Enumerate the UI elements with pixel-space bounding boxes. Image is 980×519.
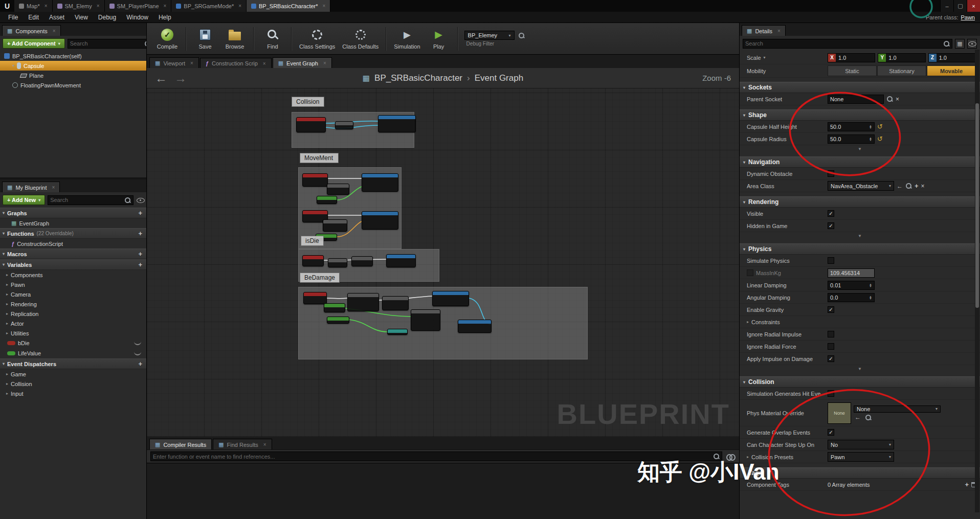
tab-close-icon[interactable]: × — [52, 185, 55, 190]
mb-macros[interactable]: ▾Macros+ — [0, 249, 146, 259]
use-selected-icon[interactable]: ← — [855, 414, 861, 420]
comment-label-movement[interactable]: MoveMent — [300, 153, 339, 163]
tab-close-icon[interactable]: × — [323, 3, 326, 9]
menu-edit[interactable]: Edit — [23, 14, 44, 21]
component-bp-srbasiccharacter-self[interactable]: BP_SRBasicCharacter(self) — [0, 51, 146, 61]
section-physics[interactable]: ▾Physics — [740, 243, 980, 255]
spinner-icon[interactable] — [869, 137, 872, 141]
mb-utilities[interactable]: ▸Utilities — [0, 328, 146, 338]
details-scrollbar[interactable] — [975, 50, 979, 512]
tab-compiler-results[interactable]: ▦Compiler Results — [149, 439, 212, 449]
tab-find-results[interactable]: ▦Find Results× — [213, 439, 272, 449]
expand-arrow-icon[interactable]: ▸ — [6, 311, 8, 316]
tab-close-icon[interactable]: × — [97, 3, 100, 9]
graph-node[interactable] — [387, 329, 408, 335]
dropdown-phys-material-override[interactable]: None▾ — [854, 405, 941, 413]
graph-node[interactable] — [303, 292, 327, 304]
visibility-filter-icon[interactable] — [967, 39, 977, 49]
tab-close-icon[interactable]: × — [238, 3, 241, 9]
toolbar-compile-button[interactable]: ✓Compile — [153, 25, 182, 53]
field-capsule-radius[interactable]: 50.0 — [828, 134, 875, 144]
mobility-movable[interactable]: Movable — [927, 65, 976, 76]
advanced-expander[interactable]: ▼ — [740, 232, 980, 239]
minimize-button[interactable]: – — [940, 0, 953, 12]
add-icon[interactable]: + — [138, 360, 142, 367]
my-blueprint-search-input[interactable] — [50, 197, 123, 203]
checkbox-enable-gravity[interactable]: ✓ — [828, 306, 834, 313]
expand-arrow-icon[interactable]: ▸ — [6, 372, 8, 376]
mb-eventgraph[interactable]: ▦EventGraph — [0, 218, 146, 228]
dropdown-collision-presets[interactable]: Pawn▾ — [828, 452, 894, 462]
expand-arrow-icon[interactable]: ▸ — [747, 320, 749, 324]
expand-arrow-icon[interactable]: ▾ — [12, 63, 14, 68]
section-sockets[interactable]: ▾Sockets — [740, 82, 980, 93]
graph-canvas[interactable]: BLUEPRINT CollisionMoveMentisDieBeDamage — [147, 88, 739, 437]
mb-components[interactable]: ▸Components — [0, 270, 146, 280]
section-rendering[interactable]: ▾Rendering — [740, 196, 980, 208]
spinner-icon[interactable] — [869, 296, 872, 300]
use-selected-icon[interactable]: ← — [897, 183, 903, 189]
graph-node[interactable] — [335, 121, 353, 129]
add-icon[interactable]: + — [138, 261, 142, 268]
dropdown-area-class[interactable]: NavArea_Obstacle▾ — [828, 181, 894, 191]
asset-thumbnail[interactable]: None — [828, 402, 851, 424]
section-tags[interactable]: ▾Tags — [740, 467, 980, 479]
checkbox-simulation-generates-hit-eve[interactable] — [828, 390, 834, 397]
graph-node[interactable] — [362, 173, 398, 192]
menu-view[interactable]: View — [70, 14, 93, 21]
component-capsule[interactable]: ▾Capsule — [0, 61, 146, 71]
toolbar-find-button[interactable]: Find — [258, 25, 287, 53]
clear-icon[interactable]: × — [921, 183, 925, 189]
toolbar-save-button[interactable]: Save — [191, 25, 219, 53]
spinner-icon[interactable] — [869, 125, 872, 129]
display-filter-icon[interactable]: ▦ — [955, 39, 965, 49]
find-references-input[interactable] — [153, 454, 711, 460]
search-icon[interactable] — [905, 183, 912, 189]
tab-close-icon[interactable]: × — [263, 61, 266, 66]
reset-to-default-icon[interactable]: ↺ — [877, 136, 883, 142]
graph-node[interactable] — [411, 309, 440, 331]
tab-close-icon[interactable]: × — [164, 3, 167, 9]
toolbar-class-defaults-button[interactable]: Class Defaults — [339, 25, 382, 53]
field-capsule-half-height[interactable]: 50.0 — [828, 122, 875, 131]
back-button[interactable]: ← — [155, 71, 167, 85]
field-linear-damping[interactable]: 0.01 — [828, 281, 875, 290]
checkbox-ignore-radial-impulse[interactable] — [828, 331, 834, 337]
mb-graphs[interactable]: ▾Graphs+ — [0, 208, 146, 218]
expand-arrow-icon[interactable]: ▸ — [747, 455, 749, 459]
mobility-static[interactable]: Static — [828, 65, 877, 76]
mb-bdie[interactable]: bDie — [0, 338, 146, 348]
asset-tab-sm-elemy[interactable]: SM_Elemy× — [53, 0, 105, 12]
maximize-button[interactable]: ▢ — [953, 0, 967, 12]
debug-object-dropdown[interactable]: BP_Elemey▾ — [464, 31, 515, 40]
mb-constructionscript[interactable]: ƒConstructionScript — [0, 239, 146, 249]
expand-arrow-icon[interactable]: ▸ — [6, 292, 8, 297]
comment-label-collision[interactable]: Collision — [292, 97, 324, 107]
components-search-input[interactable] — [70, 40, 143, 47]
section-navigation[interactable]: ▾Navigation — [740, 156, 980, 168]
component-floatingpawnmovement[interactable]: FloatingPawnMovement — [0, 80, 146, 90]
graph-node[interactable] — [351, 256, 373, 266]
add-component-button[interactable]: + Add Component ▾ — [3, 38, 65, 49]
tab-construction-scrip[interactable]: ƒConstruction Scrip× — [200, 58, 272, 68]
section-shape[interactable]: ▾Shape — [740, 109, 980, 121]
mb-variables[interactable]: ▾Variables+ — [0, 259, 146, 270]
graph-node[interactable] — [347, 293, 379, 311]
mb-game[interactable]: ▸Game — [0, 369, 146, 379]
graph-node[interactable] — [382, 296, 409, 310]
field-parent-socket[interactable]: None — [828, 95, 884, 104]
graph-node[interactable] — [324, 303, 345, 312]
breadcrumb-leaf[interactable]: Event Graph — [475, 73, 523, 83]
dropdown-can-character-step-up-on[interactable]: No▾ — [828, 440, 894, 449]
graph-node[interactable] — [327, 317, 349, 324]
expand-arrow-icon[interactable]: ▸ — [6, 381, 8, 386]
details-search-input[interactable] — [745, 40, 942, 47]
asset-tab-bp-srgamemode[interactable]: BP_SRGameMode*× — [171, 0, 247, 12]
menu-window[interactable]: Window — [121, 14, 153, 21]
reset-to-default-icon[interactable]: ↺ — [877, 123, 883, 130]
tab-details[interactable]: ▦ Details × — [742, 25, 786, 36]
tab-close-icon[interactable]: × — [323, 60, 326, 66]
graph-node[interactable] — [302, 255, 324, 266]
mb-functions[interactable]: ▾Functions(22 Overridable)+ — [0, 228, 146, 239]
graph-node[interactable] — [432, 291, 469, 306]
